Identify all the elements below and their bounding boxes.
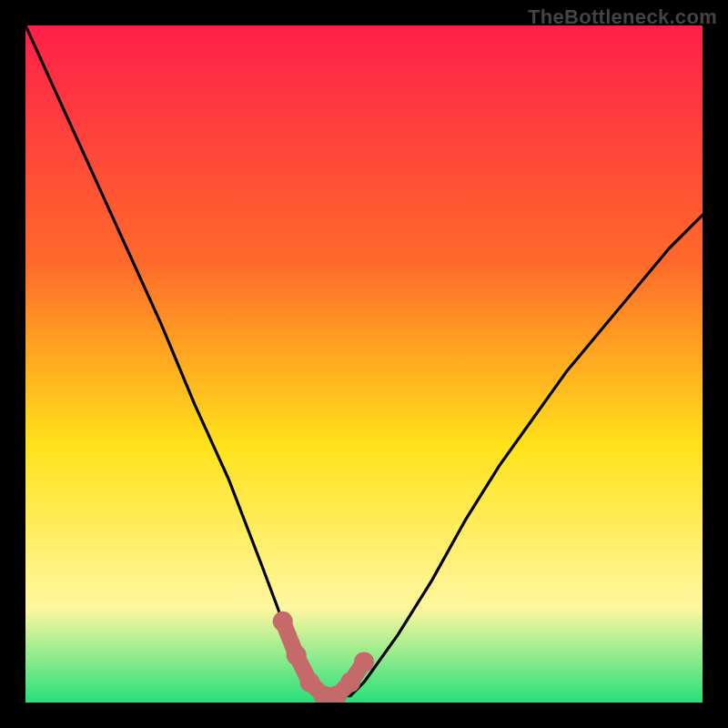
chart-svg — [25, 25, 703, 703]
dip-dot — [354, 652, 374, 672]
dip-dot — [287, 645, 307, 665]
dip-dot — [273, 612, 293, 632]
dip-dot — [340, 672, 360, 693]
frame: TheBottleneck.com — [0, 0, 728, 728]
bottleneck-chart — [25, 25, 703, 703]
gradient-background — [25, 25, 703, 703]
